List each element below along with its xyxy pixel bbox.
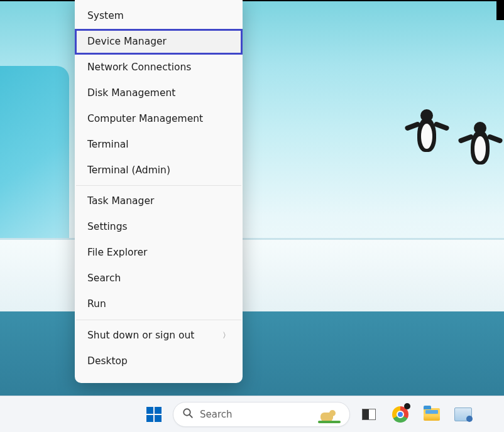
menu-item-computer-management[interactable]: Computer Management bbox=[75, 106, 243, 132]
taskbar: Search bbox=[0, 396, 504, 432]
taskbar-app-file-explorer[interactable] bbox=[419, 402, 444, 427]
taskbar-app-chrome[interactable] bbox=[388, 402, 413, 427]
menu-item-terminal[interactable]: Terminal bbox=[75, 132, 243, 158]
search-placeholder: Search bbox=[200, 409, 312, 420]
menu-item-run[interactable]: Run bbox=[75, 291, 243, 317]
crop-artifact bbox=[496, 1, 504, 20]
menu-item-label: Device Manager bbox=[87, 35, 167, 48]
wallpaper-penguin bbox=[410, 108, 444, 165]
menu-item-network-connections[interactable]: Network Connections bbox=[75, 55, 243, 80]
menu-item-label: Network Connections bbox=[87, 61, 191, 74]
menu-item-label: Disk Management bbox=[87, 87, 175, 100]
svg-line-1 bbox=[189, 414, 192, 417]
menu-item-device-manager[interactable]: Device Manager bbox=[75, 29, 243, 55]
menu-item-search[interactable]: Search bbox=[75, 266, 243, 291]
start-button[interactable] bbox=[141, 402, 167, 427]
menu-item-label: Run bbox=[87, 298, 106, 311]
wallpaper-penguin bbox=[463, 121, 498, 177]
menu-item-label: System bbox=[87, 9, 124, 23]
windows-logo-icon bbox=[146, 407, 162, 422]
menu-item-desktop[interactable]: Desktop bbox=[75, 348, 243, 374]
menu-separator bbox=[76, 185, 241, 186]
winx-context-menu: SystemDevice ManagerNetwork ConnectionsD… bbox=[75, 0, 243, 383]
task-view-icon bbox=[362, 409, 376, 420]
chevron-right-icon: 〉 bbox=[222, 330, 230, 340]
taskbar-search[interactable]: Search bbox=[173, 402, 350, 427]
notification-badge bbox=[404, 403, 410, 409]
menu-item-label: Shut down or sign out bbox=[87, 329, 194, 342]
menu-item-file-explorer[interactable]: File Explorer bbox=[75, 240, 243, 266]
search-highlight-icon bbox=[318, 405, 341, 424]
menu-item-task-manager[interactable]: Task Manager bbox=[75, 188, 243, 214]
taskbar-app-device-manager[interactable] bbox=[451, 402, 476, 427]
menu-item-disk-management[interactable]: Disk Management bbox=[75, 80, 243, 106]
menu-item-shut-down-or-sign-out[interactable]: Shut down or sign out〉 bbox=[75, 323, 243, 348]
menu-item-label: Computer Management bbox=[87, 112, 203, 126]
menu-item-label: Terminal (Admin) bbox=[87, 164, 170, 177]
menu-separator bbox=[76, 320, 241, 320]
menu-item-system[interactable]: System bbox=[75, 3, 243, 29]
menu-item-label: Settings bbox=[87, 220, 128, 234]
device-manager-icon bbox=[454, 408, 472, 421]
menu-item-terminal-admin[interactable]: Terminal (Admin) bbox=[75, 158, 243, 183]
menu-item-label: File Explorer bbox=[87, 246, 147, 259]
folder-icon bbox=[424, 408, 440, 421]
search-icon bbox=[182, 408, 194, 421]
menu-item-label: Desktop bbox=[87, 355, 128, 368]
menu-item-label: Search bbox=[87, 272, 121, 285]
task-view-button[interactable] bbox=[356, 402, 381, 427]
menu-item-settings[interactable]: Settings bbox=[75, 214, 243, 240]
menu-item-label: Task Manager bbox=[87, 195, 154, 208]
menu-item-label: Terminal bbox=[87, 138, 129, 151]
